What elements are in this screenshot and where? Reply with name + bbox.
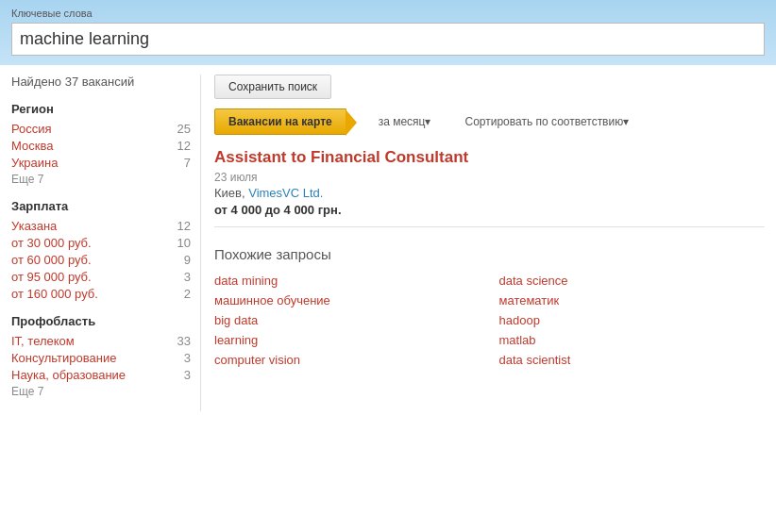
filter-link-salary-30k[interactable]: от 30 000 руб.	[11, 236, 92, 250]
filter-item: Москва 12	[11, 139, 191, 153]
map-arrow-icon	[346, 109, 357, 136]
content-area: Сохранить поиск Вакансии на карте за мес…	[200, 75, 765, 411]
filter-link-moscow[interactable]: Москва	[11, 139, 53, 153]
filter-link-salary-160k[interactable]: от 160 000 руб.	[11, 287, 98, 301]
filter-salary: Зарплата Указана 12 от 30 000 руб. 10 от…	[11, 199, 191, 301]
filter-count-russia: 25	[177, 122, 191, 136]
similar-link-hadoop[interactable]: hadoop	[499, 313, 766, 327]
similar-link-data-science[interactable]: data science	[499, 274, 766, 288]
similar-grid: data mining data science машинное обучен…	[214, 274, 765, 367]
filter-link-salary-60k[interactable]: от 60 000 руб.	[11, 253, 92, 267]
similar-link-data-scientist[interactable]: data scientist	[499, 353, 766, 367]
filter-link-ukraine[interactable]: Украина	[11, 156, 59, 170]
filter-count: 3	[184, 368, 191, 382]
main-area: Найдено 37 вакансий Регион Россия 25 Мос…	[0, 65, 776, 421]
similar-section: Похожие запросы data mining data science…	[214, 246, 765, 367]
filter-count-ukraine: 7	[184, 156, 191, 170]
filter-item: Россия 25	[11, 122, 191, 136]
filter-link-it[interactable]: IT, телеком	[11, 334, 75, 348]
filter-item: Консультирование 3	[11, 351, 191, 365]
filter-region-title: Регион	[11, 102, 191, 116]
filter-link-salary-indicated[interactable]: Указана	[11, 219, 57, 233]
filter-count: 2	[184, 287, 191, 301]
filter-count: 3	[184, 351, 191, 365]
job-city: Киев,	[214, 186, 245, 200]
similar-link-computer-vision[interactable]: computer vision	[214, 353, 481, 367]
filter-item: от 160 000 руб. 2	[11, 287, 191, 301]
filter-count-moscow: 12	[177, 139, 191, 153]
search-label: Ключевые слова	[11, 8, 765, 19]
sort-filter-dropdown[interactable]: Сортировать по соответствию▾	[465, 115, 630, 128]
job-salary: от 4 000 до 4 000 грн.	[214, 203, 765, 217]
job-location: Киев, VimesVC Ltd.	[214, 186, 765, 200]
filter-item: Указана 12	[11, 219, 191, 233]
filter-count: 33	[177, 334, 191, 348]
filter-count: 9	[184, 253, 191, 267]
sidebar: Найдено 37 вакансий Регион Россия 25 Мос…	[11, 75, 200, 411]
similar-link-learning[interactable]: learning	[214, 333, 481, 347]
similar-link-machine-learning-ru[interactable]: машинное обучение	[214, 293, 481, 308]
similar-link-big-data[interactable]: big data	[214, 313, 481, 327]
filter-item: Украина 7	[11, 156, 191, 170]
filter-more-region[interactable]: Еще 7	[11, 173, 191, 186]
map-button-wrap: Вакансии на карте	[214, 108, 346, 135]
job-title-link[interactable]: Assistant to Financial Consultant	[214, 148, 765, 167]
filter-count: 10	[177, 236, 191, 250]
filter-item: от 95 000 руб. 3	[11, 270, 191, 284]
similar-link-data-mining[interactable]: data mining	[214, 274, 481, 288]
job-company-link[interactable]: VimesVC Ltd.	[248, 186, 323, 200]
job-listing: Assistant to Financial Consultant 23 июл…	[214, 148, 765, 217]
filter-link-russia[interactable]: Россия	[11, 122, 52, 136]
filter-item: от 60 000 руб. 9	[11, 253, 191, 267]
top-bar: Сохранить поиск	[214, 75, 765, 99]
filter-industry-title: Профобласть	[11, 314, 191, 328]
search-input[interactable]: machine learning	[11, 23, 765, 56]
filter-count: 12	[177, 219, 191, 233]
filter-more-industry[interactable]: Еще 7	[11, 385, 191, 398]
found-count: Найдено 37 вакансий	[11, 75, 191, 89]
section-divider	[214, 226, 765, 227]
similar-link-mathematician[interactable]: математик	[499, 293, 766, 308]
filter-industry: Профобласть IT, телеком 33 Консультирова…	[11, 314, 191, 398]
map-button[interactable]: Вакансии на карте	[214, 108, 346, 135]
save-search-button[interactable]: Сохранить поиск	[214, 75, 331, 99]
search-header: Ключевые слова machine learning	[0, 0, 776, 65]
filter-item: Наука, образование 3	[11, 368, 191, 382]
filter-region: Регион Россия 25 Москва 12 Украина 7 Еще…	[11, 102, 191, 186]
similar-link-matlab[interactable]: matlab	[499, 333, 766, 347]
similar-title: Похожие запросы	[214, 246, 765, 262]
filter-salary-title: Зарплата	[11, 199, 191, 213]
filter-count: 3	[184, 270, 191, 284]
period-filter-dropdown[interactable]: за месяц▾	[379, 115, 431, 128]
filter-item: IT, телеком 33	[11, 334, 191, 348]
filter-link-salary-95k[interactable]: от 95 000 руб.	[11, 270, 92, 284]
job-date: 23 июля	[214, 171, 765, 184]
action-bar: Вакансии на карте за месяц▾ Сортировать …	[214, 108, 765, 135]
filter-item: от 30 000 руб. 10	[11, 236, 191, 250]
filter-link-consulting[interactable]: Консультирование	[11, 351, 116, 365]
filter-link-science[interactable]: Наука, образование	[11, 368, 126, 382]
